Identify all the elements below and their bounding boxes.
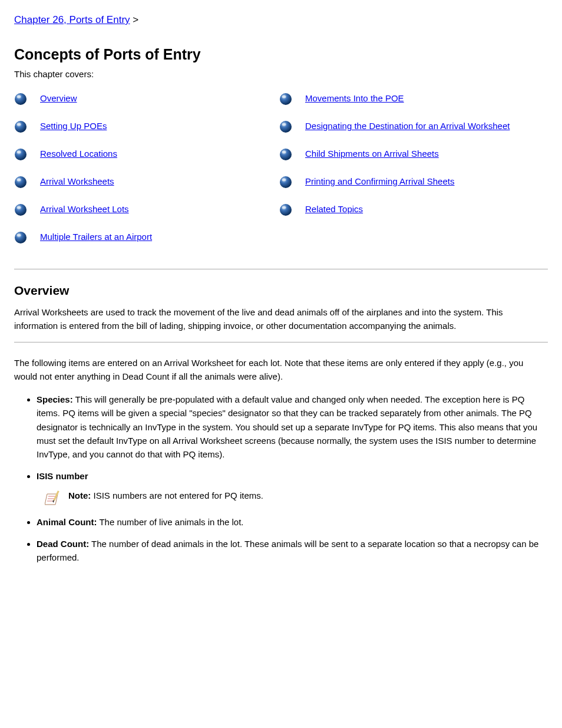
worksheet-items-list: Species: This will generally be pre-popu… [14, 393, 548, 564]
svg-point-1 [17, 95, 21, 98]
note-row: Note: ISIS numbers are not entered for P… [45, 489, 548, 507]
overview-heading: Overview [14, 284, 548, 298]
list-item: Animal Count: The number of live animals… [37, 515, 548, 529]
topic-link-row: Movements Into the POE [279, 92, 544, 106]
list-item: Species: This will generally be pre-popu… [37, 393, 548, 461]
svg-point-3 [17, 123, 21, 126]
svg-point-12 [280, 93, 292, 105]
breadcrumb-link[interactable]: Chapter 26, Ports of Entry [14, 14, 130, 25]
svg-point-11 [17, 234, 21, 237]
list-item: ISIS number Note: ISIS numbers are not e… [37, 469, 548, 506]
topic-link-row: Designating the Destination for an Arriv… [279, 120, 544, 133]
divider [14, 269, 548, 269]
breadcrumb-sep: > [130, 14, 139, 25]
topic-link-row: Setting Up POEs [14, 120, 279, 133]
svg-point-21 [282, 206, 286, 209]
topic-links-left: Overview Setting Up POEs Resolved Locati… [14, 92, 279, 258]
sphere-bullet-icon [14, 176, 27, 189]
topic-link[interactable]: Designating the Destination for an Arriv… [305, 120, 510, 133]
svg-point-20 [280, 204, 292, 216]
breadcrumb: Chapter 26, Ports of Entry > [14, 14, 548, 26]
svg-point-5 [17, 151, 21, 154]
topic-link[interactable]: Movements Into the POE [305, 92, 404, 106]
sphere-bullet-icon [279, 148, 292, 161]
topic-link[interactable]: Arrival Worksheet Lots [40, 203, 129, 216]
svg-point-16 [280, 149, 292, 160]
sphere-bullet-icon [14, 203, 27, 216]
topic-link-row: Child Shipments on Arrival Sheets [279, 147, 544, 161]
list-item-title: Species: [37, 394, 73, 404]
list-item: Dead Count: The number of dead animals i… [37, 537, 548, 565]
topic-link-row: Related Topics [279, 203, 544, 216]
sphere-bullet-icon [14, 93, 27, 106]
topic-link-row: Overview [14, 92, 279, 106]
topic-link[interactable]: Printing and Confirming Arrival Sheets [305, 175, 454, 189]
topic-link[interactable]: Multiple Trailers at an Airport [40, 230, 152, 244]
svg-point-7 [17, 179, 21, 182]
sphere-bullet-icon [279, 120, 292, 133]
svg-point-14 [280, 121, 292, 133]
overview-p1: Arrival Worksheets are used to track the… [14, 306, 548, 332]
svg-point-13 [282, 95, 286, 98]
topic-link-row: Multiple Trailers at an Airport [14, 230, 279, 244]
topic-link-row: Printing and Confirming Arrival Sheets [279, 175, 544, 189]
topic-link-row: Resolved Locations [14, 147, 279, 161]
sphere-bullet-icon [279, 93, 292, 106]
svg-point-2 [15, 121, 27, 133]
topic-link[interactable]: Resolved Locations [40, 147, 117, 161]
svg-point-19 [282, 179, 286, 182]
sphere-bullet-icon [279, 203, 292, 216]
overview-p2: The following items are entered on an Ar… [14, 357, 548, 383]
svg-point-4 [15, 149, 27, 160]
list-item-text: This will generally be pre-populated wit… [37, 394, 537, 459]
svg-point-8 [15, 204, 27, 216]
list-item-title: Animal Count: [37, 517, 97, 527]
svg-point-6 [15, 176, 27, 188]
note-pencil-icon [45, 489, 62, 507]
svg-point-17 [282, 151, 286, 154]
topic-link[interactable]: Overview [40, 92, 77, 106]
page-title: Concepts of Ports of Entry [14, 46, 548, 63]
divider [14, 342, 548, 342]
list-item-text: The number of live animals in the lot. [97, 517, 244, 527]
svg-point-10 [15, 232, 27, 243]
sphere-bullet-icon [14, 231, 27, 244]
note-text: Note: ISIS numbers are not entered for P… [68, 489, 263, 503]
note-label: Note: [68, 490, 91, 500]
svg-point-0 [15, 93, 27, 105]
topic-links-right: Movements Into the POE Designating the D… [279, 92, 544, 258]
topic-link[interactable]: Related Topics [305, 203, 363, 216]
sphere-bullet-icon [279, 176, 292, 189]
topic-link[interactable]: Arrival Worksheets [40, 175, 114, 189]
topic-link[interactable]: Setting Up POEs [40, 120, 107, 133]
note-body: ISIS numbers are not entered for PQ item… [91, 490, 263, 500]
sphere-bullet-icon [14, 148, 27, 161]
list-item-title: Dead Count: [37, 539, 89, 549]
list-item-text: The number of dead animals in the lot. T… [37, 539, 538, 562]
topic-links: Overview Setting Up POEs Resolved Locati… [14, 92, 548, 258]
topic-link[interactable]: Child Shipments on Arrival Sheets [305, 147, 439, 161]
list-item-title: ISIS number [37, 471, 88, 481]
sphere-bullet-icon [14, 120, 27, 133]
topic-link-row: Arrival Worksheet Lots [14, 203, 279, 216]
topic-link-row: Arrival Worksheets [14, 175, 279, 189]
svg-point-9 [17, 206, 21, 209]
svg-point-18 [280, 176, 292, 188]
intro-text: This chapter covers: [14, 69, 548, 79]
svg-point-15 [282, 123, 286, 126]
